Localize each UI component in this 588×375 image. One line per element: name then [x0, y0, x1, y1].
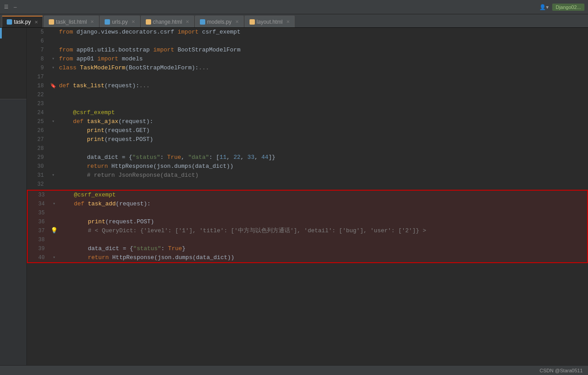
line-number: 31: [27, 171, 49, 180]
tab-close-models_py[interactable]: ✕: [235, 19, 239, 24]
code-container: 5from django.views.decorators.csrf impor…: [27, 28, 588, 365]
line-number: 32: [27, 180, 49, 189]
line-number: 27: [27, 135, 49, 144]
menu-icon[interactable]: ☰: [3, 4, 10, 11]
code-line-24: 24 @csrf_exempt: [27, 108, 588, 117]
line-number: 22: [27, 90, 49, 99]
line-gutter[interactable]: 🔖: [49, 81, 57, 90]
minimize-icon[interactable]: —: [12, 4, 19, 11]
code-line-27: 27 print(request.POST): [27, 135, 588, 144]
line-number: 28: [27, 144, 49, 153]
code-line-35: 35: [28, 209, 587, 217]
tab-icon: [49, 19, 54, 25]
line-number: 24: [27, 108, 49, 117]
line-content: from app01.utils.bootstrap import BootSt…: [57, 46, 588, 55]
code-line-26: 26 print(request.GET): [27, 126, 588, 135]
code-line-5: 5from django.views.decorators.csrf impor…: [27, 28, 588, 37]
line-number: 33: [28, 191, 50, 200]
line-number: 37: [28, 226, 50, 235]
tab-close-layout_html[interactable]: ✕: [286, 19, 290, 24]
code-line-25: 25▾ def task_ajax(request):: [27, 117, 588, 126]
line-content: class TaskModelForm(BootStrapModelForm):…: [57, 64, 588, 72]
sidebar-indicator: [0, 28, 2, 38]
status-right: CSDN @Stara0511: [540, 368, 583, 373]
tab-label: change.html: [153, 19, 182, 25]
tab-models_py[interactable]: models.py ✕: [195, 16, 244, 27]
code-line-37: 37💡 # < QueryDict: {'level': ['1'], 'tit…: [28, 226, 587, 235]
line-content: # < QueryDict: {'level': ['1'], 'title':…: [58, 226, 587, 235]
line-content: return HttpResponse(json.dumps(data_dict…: [58, 253, 587, 262]
code-line-31: 31▾ # return JsonResponse(data_dict): [27, 171, 588, 180]
line-gutter[interactable]: ▾: [49, 117, 57, 126]
line-gutter[interactable]: ▾: [49, 55, 57, 64]
line-gutter: 💡: [50, 226, 58, 235]
line-gutter[interactable]: ▾: [50, 253, 58, 262]
tab-layout_html[interactable]: layout.html ✕: [245, 16, 295, 27]
status-bar: CSDN @Stara0511: [0, 365, 588, 375]
top-bar-right: 👤▾ Django02...: [539, 4, 588, 11]
line-content: def task_add(request):: [58, 200, 587, 209]
line-content: print(request.POST): [58, 217, 587, 226]
user-icon[interactable]: 👤▾: [539, 4, 549, 10]
code-line-29: 29 data_dict = {"status": True, "data": …: [27, 153, 588, 162]
line-number: 5: [27, 28, 49, 37]
tab-task_list_html[interactable]: task_list.html ✕: [44, 16, 99, 27]
fold-icon[interactable]: ▾: [52, 64, 55, 72]
code-line-30: 30 return HttpResponse(json.dumps(data_d…: [27, 162, 588, 171]
tab-icon: [250, 19, 255, 25]
code-line-40: 40▾ return HttpResponse(json.dumps(data_…: [28, 253, 587, 262]
tab-task_py[interactable]: task.py ✕: [2, 16, 43, 27]
line-number: 30: [27, 162, 49, 171]
tab-change_html[interactable]: change.html ✕: [141, 16, 194, 27]
code-line-28: 28: [27, 144, 588, 153]
line-number: 34: [28, 200, 50, 209]
code-line-32: 32: [27, 180, 588, 189]
django-badge: Django02...: [552, 4, 584, 11]
tab-label: layout.html: [257, 19, 283, 25]
sidebar-top: [0, 28, 26, 99]
line-number: 18: [27, 81, 49, 90]
main-area: 5from django.views.decorators.csrf impor…: [0, 28, 588, 365]
line-content: @csrf_exempt: [58, 191, 587, 200]
fold-icon[interactable]: ▾: [53, 253, 55, 262]
code-line-39: 39 data_dict = {"status": True}: [28, 244, 587, 253]
tab-close-task_list_html[interactable]: ✕: [90, 19, 94, 24]
code-line-22: 22: [27, 90, 588, 99]
code-line-18: 18🔖def task_list(request):...: [27, 81, 588, 90]
line-gutter[interactable]: ▾: [49, 171, 57, 180]
line-content: print(request.POST): [57, 135, 588, 144]
code-line-17: 17: [27, 72, 588, 81]
line-number: 9: [27, 64, 49, 72]
fold-icon[interactable]: ▾: [52, 117, 55, 126]
line-content: from django.views.decorators.csrf import…: [57, 28, 588, 37]
line-gutter[interactable]: ▾: [50, 200, 58, 209]
tab-close-task_py[interactable]: ✕: [34, 20, 38, 25]
line-gutter[interactable]: ▾: [49, 64, 57, 72]
line-number: 25: [27, 117, 49, 126]
tab-label: models.py: [207, 19, 232, 25]
line-content: print(request.GET): [57, 126, 588, 135]
top-bar: ☰ — 👤▾ Django02...: [0, 0, 588, 14]
code-line-38: 38: [28, 235, 587, 244]
line-number: 39: [28, 244, 50, 253]
tab-close-change_html[interactable]: ✕: [186, 19, 189, 24]
fold-icon[interactable]: ▾: [53, 200, 55, 209]
tab-close-urls_py[interactable]: ✕: [131, 19, 135, 24]
highlighted-block: 33 @csrf_exempt34▾ def task_add(request)…: [27, 190, 588, 263]
line-number: 35: [28, 209, 50, 217]
line-content: from app01 import models: [57, 55, 588, 64]
line-number: 23: [27, 99, 49, 108]
code-line-9: 9▾class TaskModelForm(BootStrapModelForm…: [27, 64, 588, 72]
tab-icon: [7, 19, 12, 25]
editor: 5from django.views.decorators.csrf impor…: [27, 28, 588, 365]
fold-icon[interactable]: ▾: [52, 171, 55, 180]
top-bar-left: ☰ —: [0, 4, 19, 11]
sidebar: [0, 28, 27, 365]
fold-icon[interactable]: ▾: [52, 55, 55, 64]
tab-urls_py[interactable]: urls.py ✕: [100, 16, 140, 27]
line-number: 8: [27, 55, 49, 64]
line-content: def task_ajax(request):: [57, 117, 588, 126]
line-number: 26: [27, 126, 49, 135]
code-line-36: 36 print(request.POST): [28, 217, 587, 226]
code-line-33: 33 @csrf_exempt: [28, 191, 587, 200]
